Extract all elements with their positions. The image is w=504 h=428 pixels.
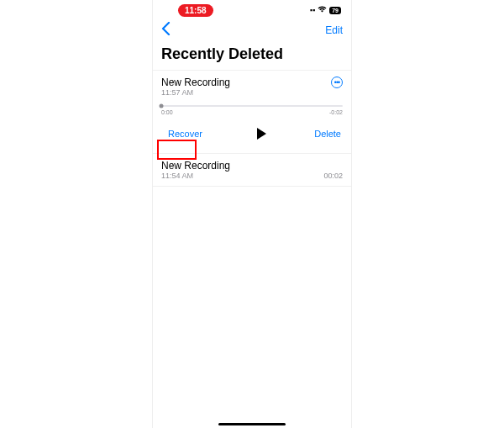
recording-title: New Recording xyxy=(161,77,230,88)
recording-title: New Recording xyxy=(161,160,230,172)
recording-timestamp: 11:54 AM xyxy=(161,172,193,180)
recording-duration: 00:02 xyxy=(323,172,343,180)
playback-controls: Recover Delete xyxy=(161,125,343,147)
play-icon[interactable] xyxy=(255,127,268,140)
battery-icon: 79 xyxy=(329,7,341,14)
status-time-recording[interactable]: 11:58 xyxy=(178,4,213,17)
slider-start-label: 0:00 xyxy=(161,109,173,115)
playback-slider[interactable] xyxy=(161,105,343,107)
back-button[interactable] xyxy=(161,22,171,40)
recording-timestamp: 11:57 AM xyxy=(161,88,193,97)
slider-thumb[interactable] xyxy=(160,104,164,108)
status-bar: 11:58 ▪▪ 79 xyxy=(153,0,351,18)
status-right: ▪▪ 79 xyxy=(310,6,341,14)
cellular-icon: ▪▪ xyxy=(310,6,315,14)
nav-bar: Edit xyxy=(153,18,351,42)
more-options-icon[interactable]: ••• xyxy=(331,77,343,88)
wifi-icon xyxy=(318,6,327,14)
recover-button[interactable]: Recover xyxy=(163,125,207,142)
phone-screen: 11:58 ▪▪ 79 Edit Recently Deleted New Re… xyxy=(152,0,352,428)
recording-item-expanded[interactable]: New Recording ••• 11:57 AM 0:00 -0:02 Re… xyxy=(153,70,351,154)
delete-button[interactable]: Delete xyxy=(314,129,341,139)
slider-labels: 0:00 -0:02 xyxy=(161,109,343,115)
slider-end-label: -0:02 xyxy=(329,109,343,115)
page-title: Recently Deleted xyxy=(153,42,351,70)
edit-button[interactable]: Edit xyxy=(325,24,343,36)
home-indicator[interactable] xyxy=(218,423,286,425)
recording-item[interactable]: New Recording 11:54 AM 00:02 xyxy=(153,154,351,187)
